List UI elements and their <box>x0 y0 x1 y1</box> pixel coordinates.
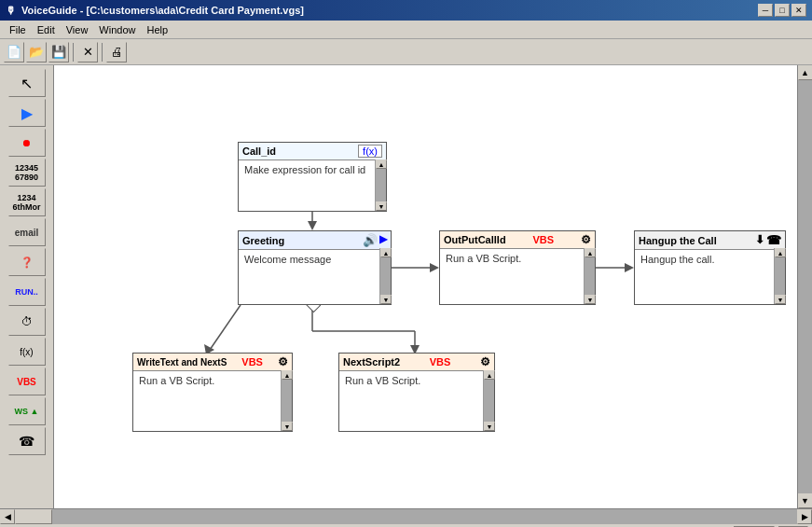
save-button[interactable]: 💾 <box>48 42 69 62</box>
hangup-call-scroll-down[interactable]: ▼ <box>775 295 786 304</box>
close-doc-button[interactable]: ✕ <box>77 42 98 62</box>
hangup-call-scroll-track <box>775 257 785 295</box>
bottom-scrollbar: ◀ ▶ <box>0 508 812 523</box>
toolbar-separator-1 <box>73 43 74 62</box>
hangup-icons: ⬇ ☎ <box>755 233 781 247</box>
menu-bar: File Edit View Window Help <box>0 21 812 39</box>
next-script2-gear-icon: ⚙ <box>480 355 490 368</box>
call-id-fx-button[interactable]: f(x) <box>358 145 382 158</box>
menu-file[interactable]: File <box>4 22 32 37</box>
scroll-track-right[interactable] <box>798 80 813 493</box>
output-callid-node[interactable]: OutPutCallId VBS ⚙ Run a VB Script. ▲ ▼ <box>439 230 596 305</box>
dtmf-tool[interactable]: 1234567890 <box>8 159 46 187</box>
write-text-scroll[interactable]: ▲ ▼ <box>281 370 292 431</box>
play-audio-tool[interactable]: ▶ <box>8 99 46 127</box>
hangup-tool[interactable]: ☎ <box>8 427 46 455</box>
main-container: ↖ ▶ ⏺ 1234567890 12346thMor email ❓ RUN.… <box>0 65 812 508</box>
greeting-title: Greeting <box>242 235 284 246</box>
pointer-tool[interactable]: ↖ <box>8 69 46 97</box>
help-tool[interactable]: ❓ <box>8 248 46 276</box>
svg-marker-1 <box>308 221 317 230</box>
scroll-down-button[interactable]: ▼ <box>798 493 813 508</box>
right-scrollbar: ▲ ▼ <box>797 65 812 508</box>
title-bar-left: 🎙 VoiceGuide - [C:\customers\ada\Credit … <box>6 5 304 16</box>
vbs-tool[interactable]: VBS <box>8 368 46 395</box>
scroll-left-button[interactable]: ◀ <box>0 509 15 524</box>
phone-icon: ☎ <box>766 233 781 247</box>
greeting-scroll-down[interactable]: ▼ <box>380 295 392 304</box>
scroll-up-button[interactable]: ▲ <box>798 65 813 80</box>
next-script2-header: NextScript2 VBS ⚙ <box>339 354 494 371</box>
next-script2-scroll-up[interactable]: ▲ <box>484 370 495 380</box>
write-text-gear-icon: ⚙ <box>278 355 288 368</box>
call-id-scroll[interactable]: ▲ ▼ <box>375 159 386 211</box>
maximize-button[interactable]: □ <box>775 4 790 17</box>
write-text-scroll-up[interactable]: ▲ <box>282 370 293 380</box>
close-button[interactable]: ✕ <box>791 4 806 17</box>
output-callid-scroll-down[interactable]: ▼ <box>585 295 596 304</box>
canvas-area: Call_id f(x) Make expression for call id… <box>54 65 797 508</box>
greeting-text: Welcome message <box>244 254 331 265</box>
greeting-scroll-track <box>380 257 391 295</box>
status-bar: CAPS INS <box>0 523 812 527</box>
next-script2-scroll-track <box>484 380 494 422</box>
bottom-scroll-track[interactable] <box>15 509 797 524</box>
write-text-vbs-label: VBS <box>241 356 263 368</box>
menu-window[interactable]: Window <box>93 22 141 37</box>
output-callid-body: Run a VB Script. <box>440 249 595 286</box>
toolbar: 📄 📂 💾 ✕ 🖨 <box>0 39 812 65</box>
call-id-text: Make expression for call id <box>244 164 365 175</box>
scroll-right-button[interactable]: ▶ <box>797 509 812 524</box>
greeting-node[interactable]: Greeting 🔊 ▶ Welcome message ▲ ▼ <box>238 230 392 305</box>
open-button[interactable]: 📂 <box>26 42 47 62</box>
email-tool[interactable]: email <box>8 218 46 246</box>
minimize-button[interactable]: ─ <box>758 4 773 17</box>
output-callid-scroll-up[interactable]: ▲ <box>585 248 596 257</box>
call-id-scroll-track <box>376 169 386 201</box>
menu-view[interactable]: View <box>61 22 94 37</box>
next-script2-text: Run a VB Script. <box>345 375 420 386</box>
write-text-scroll-down[interactable]: ▼ <box>282 422 293 431</box>
greeting-scroll-up[interactable]: ▲ <box>380 248 392 257</box>
audio-icon: 🔊 <box>363 233 378 247</box>
menu-help[interactable]: Help <box>141 22 173 37</box>
function-tool[interactable]: f(x) <box>8 338 46 366</box>
greeting-controls: 🔊 ▶ <box>363 233 387 247</box>
toolbar-separator-2 <box>102 43 103 62</box>
output-callid-scroll-track <box>585 257 595 295</box>
call-id-node[interactable]: Call_id f(x) Make expression for call id… <box>238 142 387 212</box>
app-icon: 🎙 <box>6 5 16 16</box>
write-text-scroll-track <box>282 380 292 422</box>
menu-edit[interactable]: Edit <box>32 22 61 37</box>
call-id-body: Make expression for call id <box>239 160 386 198</box>
left-toolbar: ↖ ▶ ⏺ 1234567890 12346thMor email ❓ RUN.… <box>0 65 54 508</box>
print-button[interactable]: 🖨 <box>106 42 127 62</box>
output-callid-scroll[interactable]: ▲ ▼ <box>584 248 595 304</box>
datetime-tool[interactable]: 12346thMor <box>8 188 46 216</box>
play-icon: ▶ <box>379 233 387 247</box>
record-tool[interactable]: ⏺ <box>8 129 46 157</box>
next-script2-scroll-down[interactable]: ▼ <box>484 422 495 431</box>
hangup-call-text: Hangup the call. <box>640 254 715 265</box>
next-script2-title: NextScript2 <box>343 356 400 368</box>
new-button[interactable]: 📄 <box>4 42 24 62</box>
svg-marker-3 <box>430 263 439 272</box>
run-tool[interactable]: RUN.. <box>8 278 46 306</box>
ws-tool[interactable]: WS ▲ <box>8 397 46 425</box>
horizontal-scroll-thumb[interactable] <box>15 509 52 524</box>
hangup-call-scroll-up[interactable]: ▲ <box>775 248 786 257</box>
hangup-call-header: Hangup the Call ⬇ ☎ <box>635 231 785 250</box>
next-script2-body: Run a VB Script. <box>339 371 494 409</box>
hangup-call-title: Hangup the Call <box>639 235 717 246</box>
write-text-node[interactable]: WriteText and NextS VBS ⚙ Run a VB Scrip… <box>132 353 293 432</box>
call-id-scroll-up[interactable]: ▲ <box>376 159 387 169</box>
svg-marker-5 <box>625 263 634 272</box>
greeting-scroll[interactable]: ▲ ▼ <box>379 248 391 304</box>
hangup-call-scroll[interactable]: ▲ ▼ <box>774 248 785 304</box>
call-id-scroll-down[interactable]: ▼ <box>376 201 387 211</box>
next-script2-scroll[interactable]: ▲ ▼ <box>483 370 494 431</box>
timer-tool[interactable]: ⏱ <box>8 308 46 336</box>
call-id-title: Call_id <box>242 146 276 157</box>
hangup-call-node[interactable]: Hangup the Call ⬇ ☎ Hangup the call. ▲ ▼ <box>634 230 786 305</box>
next-script2-node[interactable]: NextScript2 VBS ⚙ Run a VB Script. ▲ ▼ <box>338 353 495 432</box>
